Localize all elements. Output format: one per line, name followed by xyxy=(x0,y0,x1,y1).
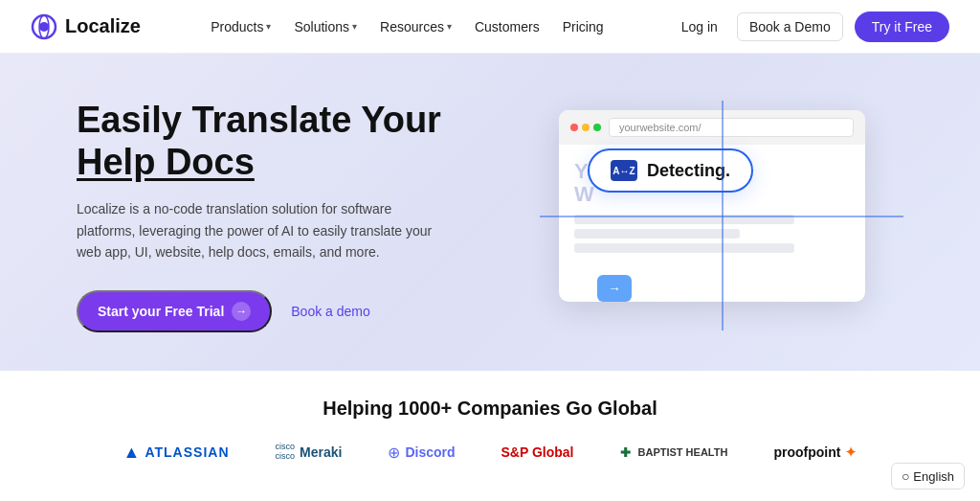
baptist-health-label: BAPTIST HEALTH xyxy=(638,446,728,458)
discord-label: Discord xyxy=(405,444,455,460)
nav-products[interactable]: Products ▾ xyxy=(201,13,280,40)
hero-actions: Start your Free Trial → Book a demo xyxy=(77,290,441,332)
cisco-label: ciscocisco xyxy=(276,443,296,462)
globe-icon: ○ xyxy=(902,468,909,484)
products-chevron-icon: ▾ xyxy=(266,21,271,32)
book-demo-button[interactable]: Book a Demo xyxy=(737,12,843,41)
logos-title: Helping 1000+ Companies Go Global xyxy=(323,398,657,420)
translate-icon: A↔Z xyxy=(611,160,637,181)
browser-dots xyxy=(570,124,601,131)
cta-arrow-icon: → xyxy=(232,302,251,321)
solutions-label: Solutions xyxy=(294,19,349,34)
logo-discord: ⊕ Discord xyxy=(388,444,455,462)
sp-label: S&P Global xyxy=(501,444,574,460)
baptist-cross-icon: ✚ xyxy=(620,445,631,460)
book-demo-link[interactable]: Book a demo xyxy=(291,304,370,319)
solutions-chevron-icon: ▾ xyxy=(352,21,357,32)
nav-customers[interactable]: Customers xyxy=(465,13,549,40)
logo[interactable]: Localize xyxy=(31,13,141,40)
discord-icon: ⊕ xyxy=(388,444,400,462)
proofpoint-label: proofpoint xyxy=(773,444,840,460)
atlassian-label: ATLASSIAN xyxy=(145,444,229,460)
detecting-overlay: A↔Z Detecting. xyxy=(588,148,753,193)
logo-proofpoint: proofpoint ✦ xyxy=(773,444,857,460)
browser-lines xyxy=(574,215,850,253)
logos-row: ▲ ATLASSIAN ciscocisco Meraki ⊕ Discord … xyxy=(123,443,858,463)
logo-cisco-meraki: ciscocisco Meraki xyxy=(276,443,343,462)
logo-baptist-health: ✚ BAPTIST HEALTH xyxy=(620,445,728,460)
start-trial-button[interactable]: Start your Free Trial → xyxy=(77,290,272,332)
try-free-button[interactable]: Try it Free xyxy=(855,11,949,42)
hero-section: Easily Translate Your Help Docs Localize… xyxy=(0,54,980,371)
crosshair-horizontal xyxy=(540,216,903,217)
browser-bar: yourwebsite.com/ xyxy=(559,110,865,145)
logo-icon xyxy=(31,13,57,40)
browser-mockup: yourwebsite.com/ YoW xyxy=(559,110,865,302)
browser-dot-red xyxy=(570,124,578,131)
logos-section: Helping 1000+ Companies Go Global ▲ ATLA… xyxy=(0,371,980,482)
hero-title-underline: Help Docs xyxy=(77,142,255,182)
logo-sp-global: S&P Global xyxy=(501,444,574,460)
detecting-text: Detecting. xyxy=(647,161,730,181)
nav-right: Log in Book a Demo Try it Free xyxy=(674,11,949,42)
proofpoint-dot-icon: ✦ xyxy=(845,444,857,460)
hero-content: Easily Translate Your Help Docs Localize… xyxy=(77,100,441,332)
browser-line-2 xyxy=(574,229,740,239)
hero-title: Easily Translate Your Help Docs xyxy=(77,100,441,183)
hero-visual: yourwebsite.com/ YoW A↔Z Detecting. → xyxy=(540,101,903,330)
language-selector[interactable]: ○ English xyxy=(891,463,965,490)
logo-atlassian: ▲ ATLASSIAN xyxy=(123,443,230,463)
resources-label: Resources xyxy=(380,19,444,34)
browser-dot-green xyxy=(593,124,601,131)
svg-point-1 xyxy=(39,22,49,32)
browser-dot-yellow xyxy=(582,124,590,131)
products-label: Products xyxy=(211,19,263,34)
language-label: English xyxy=(913,469,954,484)
arrow-button: → xyxy=(597,275,632,302)
nav-pricing[interactable]: Pricing xyxy=(553,13,613,40)
nav-resources[interactable]: Resources ▾ xyxy=(370,13,461,40)
meraki-label: Meraki xyxy=(300,444,342,460)
login-link[interactable]: Log in xyxy=(674,13,725,40)
hero-description: Localize is a no-code translation soluti… xyxy=(77,198,440,262)
nav-links: Products ▾ Solutions ▾ Resources ▾ Custo… xyxy=(201,13,612,40)
logo-text: Localize xyxy=(65,15,141,37)
navbar: Localize Products ▾ Solutions ▾ Resource… xyxy=(0,0,980,54)
browser-url-bar: yourwebsite.com/ xyxy=(609,118,854,137)
customers-label: Customers xyxy=(475,19,540,34)
nav-solutions[interactable]: Solutions ▾ xyxy=(284,13,367,40)
atlassian-icon: ▲ xyxy=(123,443,141,463)
browser-line-3 xyxy=(574,243,794,253)
resources-chevron-icon: ▾ xyxy=(447,21,452,32)
pricing-label: Pricing xyxy=(563,19,604,34)
